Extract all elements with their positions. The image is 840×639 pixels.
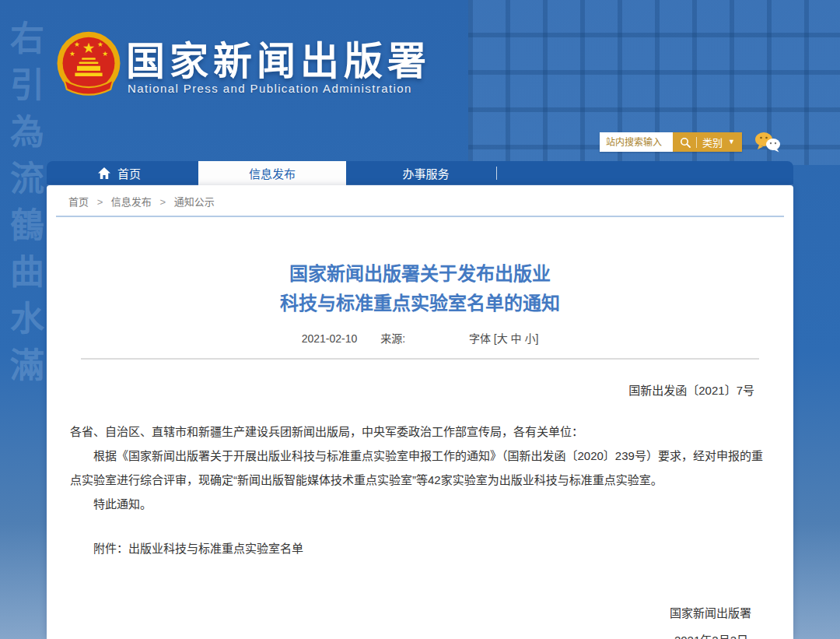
meta-divider [81,358,759,360]
page: 右引為流鶴曲水滿 ★ ★ ★ ★ ★ 国家新闻出版署 National Pres… [0,0,840,639]
source-label: 来源: [380,332,405,345]
attachment-line: 附件：出版业科技与标准重点实验室名单 [70,536,770,560]
svg-text:★: ★ [82,40,96,56]
paragraph-main: 根据《国家新闻出版署关于开展出版业科技与标准重点实验室申报工作的通知》（国新出发… [70,444,770,492]
search-row: 类别 ▼ [600,132,781,153]
breadcrumb-underline [56,216,784,217]
main-navigation: 首页 信息发布 办事服务 [47,161,793,185]
document-number: 国新出发函〔2021〕7号 [70,381,770,398]
svg-text:★: ★ [97,40,103,48]
chevron-down-icon[interactable]: ▼ [728,139,735,146]
article-body: 各省、自治区、直辖市和新疆生产建设兵团新闻出版局，中央军委政治工作部宣传局，各有… [70,420,770,516]
paragraph-closing: 特此通知。 [70,492,770,516]
national-emblem-logo: ★ ★ ★ ★ ★ [54,28,123,101]
font-size-controls[interactable]: 字体 [大 中 小] [469,332,538,345]
svg-text:★: ★ [74,40,80,48]
site-title: 国家新闻出版署 [126,30,431,86]
site-search: 类别 ▼ [600,132,742,152]
article-title: 国家新闻出版署关于发布出版业 科技与标准重点实验室名单的通知 [70,259,770,318]
content-panel: 首页 > 信息发布 > 通知公示 国家新闻出版署关于发布出版业 科技与标准重点实… [47,185,793,639]
national-emblem-icon: ★ ★ ★ ★ ★ [54,28,123,101]
breadcrumb-separator: > [97,196,103,208]
breadcrumb-info-release[interactable]: 信息发布 [111,196,152,208]
site-title-english: National Press and Publication Administr… [128,82,412,95]
breadcrumb: 首页 > 信息发布 > 通知公示 [47,185,793,216]
breadcrumb-home[interactable]: 首页 [68,196,89,208]
nav-item-info-release[interactable]: 信息发布 [198,161,346,185]
signature-date: 2021年2月3日 [70,631,770,639]
left-calligraphy-watermark: 右引為流鶴曲水滿 [2,20,47,394]
nav-item-home[interactable]: 首页 [98,161,141,185]
nav-divider [496,167,497,180]
wechat-icon[interactable] [754,132,781,153]
article-title-line2: 科技与标准重点实验室名单的通知 [70,289,770,318]
paragraph-addressees: 各省、自治区、直辖市和新疆生产建设兵团新闻出版局，中央军委政治工作部宣传局，各有… [70,420,770,444]
article-meta: 2021-02-10 来源: 字体 [大 中 小] [70,330,770,346]
search-icon[interactable] [680,137,691,148]
breadcrumb-separator: > [160,196,166,208]
home-icon [98,167,110,179]
article-title-line1: 国家新闻出版署关于发布出版业 [70,259,770,289]
search-input[interactable] [600,132,673,152]
category-dropdown-label[interactable]: 类别 [702,135,723,149]
divider [696,137,697,148]
breadcrumb-current: 通知公示 [174,196,215,208]
search-category-controls[interactable]: 类别 ▼ [673,132,742,152]
nav-home-label: 首页 [117,165,141,181]
signature-agency: 国家新闻出版署 [70,604,770,620]
nav-item-services[interactable]: 办事服务 [373,161,478,185]
article: 国家新闻出版署关于发布出版业 科技与标准重点实验室名单的通知 2021-02-1… [47,259,793,639]
svg-text:★: ★ [102,50,108,58]
svg-text:★: ★ [69,50,75,58]
publish-date: 2021-02-10 [302,332,358,345]
